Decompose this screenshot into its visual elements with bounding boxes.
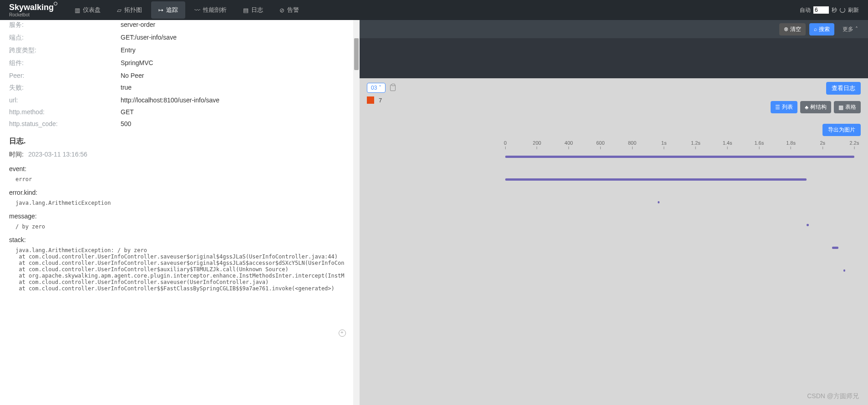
log-event-label: event: [9, 165, 344, 172]
log-message: message: / by zero [9, 213, 344, 230]
detail-value: http://localhost:8100/user-info/save [121, 96, 219, 104]
detail-row: 端点:GET:/user-info/save [9, 33, 344, 43]
timeline-axis: 02004006008001s1.2s1.4s1.6s1.8s2s2.2s [505, 140, 854, 151]
table-icon: ▦ [838, 104, 843, 111]
detail-label: Peer: [9, 72, 121, 79]
clipboard-icon[interactable] [390, 85, 396, 91]
tick: 2s [820, 140, 825, 149]
span-bar[interactable] [505, 156, 854, 158]
detail-row: url:http://localhost:8100/user-info/save [9, 96, 344, 105]
tick: 200 [533, 140, 541, 149]
span-bar[interactable] [807, 224, 809, 226]
span-bar[interactable] [658, 201, 660, 203]
detail-value: SpringMVC [121, 59, 153, 67]
span-detail-content: 服务:server-order端点:GET:/user-info/save跨度类… [0, 20, 353, 405]
magnify-icon[interactable] [339, 329, 346, 337]
list-icon: ☰ [775, 104, 780, 111]
close-circle-icon: ⊗ [784, 26, 788, 32]
left-scrollbar[interactable] [353, 20, 360, 405]
timeline-chart: 02004006008001s1.2s1.4s1.6s1.8s2s2.2s [505, 140, 854, 156]
nav-dashboard[interactable]: ▥仪表盘 [67, 1, 108, 19]
refresh-icon[interactable] [840, 7, 845, 13]
tick: 1.2s [691, 140, 700, 149]
detail-value: server-order [121, 21, 155, 29]
main-area: 服务:server-order端点:GET:/user-info/save跨度类… [0, 20, 868, 405]
refresh-label[interactable]: 刷新 [848, 6, 859, 14]
detail-label: 失败: [9, 84, 121, 92]
log-stack-value: java.lang.ArithmeticException: / by zero… [9, 247, 344, 292]
nav-profile[interactable]: 〰性能剖析 [187, 1, 234, 19]
search-icon: ⌕ [814, 26, 817, 32]
log-message-value: / by zero [9, 223, 344, 230]
more-button[interactable]: 更多 ˄ [838, 23, 863, 35]
span-detail-panel: 服务:server-order端点:GET:/user-info/save跨度类… [0, 20, 360, 405]
nav-topology[interactable]: ▱拓扑图 [110, 1, 149, 19]
span-bar[interactable] [843, 269, 846, 272]
trace-select[interactable]: 03˅ [367, 83, 386, 93]
view-log-button[interactable]: 查看日志 [826, 82, 861, 95]
detail-label: 服务: [9, 21, 121, 29]
log-icon: ▤ [243, 7, 249, 14]
interval-input[interactable] [813, 6, 829, 14]
log-section-title: 日志. [9, 137, 344, 146]
view-switch: ☰列表 ♣树结构 ▦表格 [771, 101, 861, 113]
log-time-row: 时间: 2023-03-11 13:16:56 [9, 151, 344, 159]
header-right: 自动 秒 刷新 [800, 6, 859, 14]
tick: 1.6s [754, 140, 764, 149]
detail-label: 端点: [9, 34, 121, 42]
chevron-up-icon: ˄ [855, 26, 858, 32]
log-time-value: 2023-03-11 13:16:56 [28, 151, 87, 159]
detail-row: Peer:No Peer [9, 71, 344, 80]
detail-label: http.status_code: [9, 120, 121, 127]
log-event-value: error [9, 176, 344, 182]
watermark: CSDN @方圆师兄 [807, 392, 859, 400]
detail-row: 服务:server-order [9, 20, 344, 30]
nav-trace[interactable]: ↦追踪 [151, 1, 185, 19]
chevron-down-icon: ˅ [379, 85, 381, 91]
detail-value: Entry [121, 46, 136, 55]
tree-icon: ♣ [805, 104, 808, 111]
detail-label: url: [9, 96, 121, 104]
trace-icon: ↦ [158, 7, 163, 14]
detail-row: http.method:GET [9, 107, 344, 116]
detail-value: true [121, 84, 132, 92]
tick: 2.2s [850, 140, 859, 149]
nav-alarm[interactable]: ⊘告警 [272, 1, 306, 19]
detail-value: GET [121, 108, 134, 116]
alarm-icon: ⊘ [279, 7, 284, 14]
view-tree-button[interactable]: ♣树结构 [800, 101, 831, 113]
view-list-button[interactable]: ☰列表 [771, 101, 797, 113]
main-nav: ▥仪表盘 ▱拓扑图 ↦追踪 〰性能剖析 ▤日志 ⊘告警 [67, 1, 306, 19]
brand-sub: Rocketbot [9, 12, 54, 17]
search-button[interactable]: ⌕搜索 [809, 23, 834, 35]
detail-row: 组件:SpringMVC [9, 58, 344, 68]
detail-value: GET:/user-info/save [121, 34, 177, 42]
log-stack-label: stack: [9, 236, 344, 243]
scrollbar-thumb[interactable] [354, 38, 359, 70]
tick: 600 [596, 140, 604, 149]
span-bar[interactable] [505, 178, 807, 181]
controls-row: 03˅ [367, 83, 861, 93]
detail-value: No Peer [121, 72, 144, 79]
nav-log[interactable]: ▤日志 [236, 1, 270, 19]
top-header: Skywalking Rocketbot ▥仪表盘 ▱拓扑图 ↦追踪 〰性能剖析… [0, 0, 868, 20]
tick: 1s [661, 140, 667, 149]
detail-value: 500 [121, 120, 131, 127]
trace-filter-area [360, 38, 868, 78]
detail-row: 失败:true [9, 83, 344, 93]
export-image-button[interactable]: 导出为图片 [822, 124, 861, 136]
span-count: 7 [379, 97, 382, 104]
chart-icon: ▥ [75, 7, 80, 14]
auto-label: 自动 [800, 6, 811, 14]
span-bar[interactable] [832, 247, 838, 249]
trace-panel: ⊗清空 ⌕搜索 更多 ˄ 查看日志 03˅ 7 ☰列表 ♣树结构 ▦表格 导出为… [360, 20, 868, 405]
tick: 800 [628, 140, 636, 149]
brand-logo: Skywalking Rocketbot [9, 3, 54, 17]
trace-body: 查看日志 03˅ 7 ☰列表 ♣树结构 ▦表格 导出为图片 0200400600… [360, 78, 868, 405]
detail-row: http.status_code:500 [9, 119, 344, 128]
trace-toolbar: ⊗清空 ⌕搜索 更多 ˄ [360, 20, 868, 38]
log-message-label: message: [9, 213, 344, 220]
view-table-button[interactable]: ▦表格 [834, 101, 861, 113]
clear-button[interactable]: ⊗清空 [779, 23, 806, 35]
log-kind-value: java.lang.ArithmeticException [9, 200, 344, 206]
